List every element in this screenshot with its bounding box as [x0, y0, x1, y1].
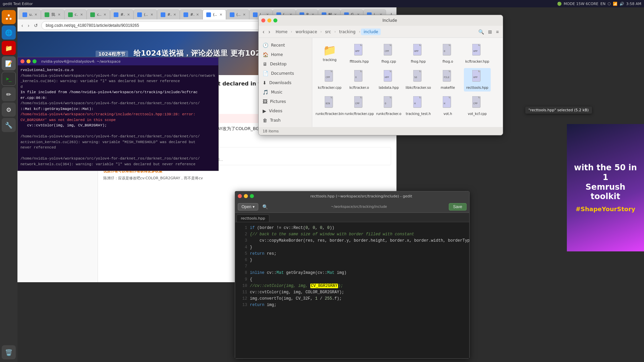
fm-sidebar-recent[interactable]: 🕐Recent: [259, 41, 312, 50]
terminal-max-btn[interactable]: [33, 59, 37, 63]
terminal-min-btn[interactable]: [26, 59, 31, 63]
fm-sidebar-pictures[interactable]: 🖼Pictures: [259, 97, 312, 106]
terminal-line: /home/nvidia-yolov4/workspace/src/yolov4…: [20, 134, 216, 139]
tab-close-6[interactable]: ✕: [173, 13, 176, 16]
gedit-min-btn[interactable]: [244, 194, 248, 198]
gedit-toolbar: Open ▾ 🔍 ~/workspace/src/tracking/includ…: [235, 201, 469, 213]
fm-file-14[interactable]: O runkcftracker.o: [375, 94, 402, 118]
gedit-code-area[interactable]: 1if (border != cv::Rect(0, 0, 0, 0))2{//…: [235, 222, 469, 358]
fm-menu-btn[interactable]: ≡: [495, 28, 500, 35]
breadcrumb-item-src[interactable]: src: [322, 28, 334, 35]
fm-file-17[interactable]: CPP vot_kcf.cpp: [464, 94, 491, 118]
fm-file-0[interactable]: 📁tracking: [316, 42, 343, 65]
fm-file-icon-17: CPP: [472, 96, 482, 111]
gedit-max-btn[interactable]: [250, 194, 254, 198]
fm-file-1[interactable]: HPP ffttools.hpp: [346, 42, 373, 65]
browser-tab-4[interactable]: # erro...✕: [110, 9, 133, 19]
taskbar-extra-icon[interactable]: 🔧: [2, 118, 16, 132]
fm-sidebar-label-8: Trash: [270, 118, 281, 123]
gedit-tab[interactable]: recttools.hpp: [236, 215, 269, 222]
gedit-open-btn[interactable]: Open ▾: [238, 203, 258, 210]
fm-file-13[interactable]: CPP runkcftracker.cpp: [346, 94, 373, 118]
taskbar-ubuntu-icon[interactable]: [2, 10, 16, 24]
fm-file-12[interactable]: BIN runkcftracker.bin: [316, 94, 343, 118]
fm-file-icon-9: SO: [413, 70, 423, 84]
fm-view-btn[interactable]: ⊞: [487, 28, 493, 35]
code-line-5: 6}: [239, 257, 465, 263]
fm-file-8[interactable]: HPP labdata.hpp: [375, 68, 402, 92]
fm-file-2[interactable]: CPP fhog.cpp: [375, 42, 402, 65]
back-button[interactable]: ‹: [20, 22, 24, 29]
tab-close-2[interactable]: ✕: [80, 13, 83, 16]
taskbar-browser-icon[interactable]: 🌐: [2, 25, 16, 40]
terminal-content[interactable]: rvolutional_kernels.cu.o/home/nvidia-yol…: [18, 65, 218, 171]
browser-tab-2[interactable]: clash...✕: [64, 9, 87, 19]
fm-file-name-6: kcftracker.cpp: [318, 86, 341, 89]
fm-close-btn[interactable]: [261, 18, 265, 22]
tab-close-7[interactable]: ✕: [196, 13, 199, 16]
tab-close-4[interactable]: ✕: [127, 13, 130, 16]
taskbar-terminal-icon[interactable]: >_: [2, 72, 16, 86]
browser-tab-9[interactable]: (8条汗...✕: [226, 9, 250, 19]
fm-file-15[interactable]: H tracking_test.h: [405, 94, 432, 118]
breadcrumb-item-tracking[interactable]: tracking: [336, 28, 358, 35]
browser-tab-1[interactable]: 我的工...✕: [41, 9, 64, 19]
taskbar-files-icon[interactable]: 📁: [2, 41, 16, 55]
fm-file-11[interactable]: HPP recttools.hpp: [464, 68, 491, 92]
tab-close-0[interactable]: ✕: [35, 13, 37, 16]
fm-min-btn[interactable]: [267, 18, 271, 22]
browser-tab-5[interactable]: (8条汗...✕: [133, 9, 157, 19]
fm-max-btn[interactable]: [273, 18, 277, 22]
taskbar-settings-icon[interactable]: ⚙️: [2, 103, 16, 117]
browser-tab-6[interactable]: #erro...✕: [157, 9, 180, 19]
breadcrumb-item-home[interactable]: Home: [273, 28, 290, 35]
gedit-find-btn[interactable]: 🔍: [261, 203, 269, 210]
top-bar-right: 🟢 MODE 15W 6CORE EN ⬡ 📶 🔊 3:58 AM: [557, 2, 641, 6]
tab-close-9[interactable]: ✕: [243, 13, 246, 16]
tab-close-5[interactable]: ✕: [150, 13, 153, 16]
fm-sidebar-label-4: Downloads: [269, 80, 291, 85]
fm-file-name-0: tracking: [323, 58, 337, 62]
fm-file-10[interactable]: FILE makefile: [434, 68, 461, 92]
taskbar-trash-icon[interactable]: 🗑️: [2, 345, 16, 359]
fm-file-5[interactable]: HPP kcftracker.hpp: [464, 42, 491, 65]
fm-file-6[interactable]: CPP kcftracker.cpp: [316, 68, 343, 92]
breadcrumb-item-workspace[interactable]: workspace: [293, 28, 320, 35]
tab-close-1[interactable]: ✕: [58, 13, 60, 16]
tab-close-3[interactable]: ✕: [104, 13, 106, 16]
fm-sidebar-home[interactable]: 🏠Home: [259, 50, 312, 59]
fm-file-name-17: vot_kcf.cpp: [468, 112, 487, 116]
fm-file-icon-12: BIN: [325, 96, 335, 111]
browser-tab-8[interactable]: (8条汗...✕: [203, 9, 226, 19]
svg-text:O: O: [444, 50, 445, 53]
reload-button[interactable]: ↺: [33, 22, 39, 29]
fm-file-9[interactable]: SO libkcftracker.so: [405, 68, 432, 92]
browser-tab-3[interactable]: catkin...✕: [87, 9, 110, 19]
fm-file-3[interactable]: HPP fhog.hpp: [405, 42, 432, 65]
fm-sidebar-documents[interactable]: 📄Documents: [259, 69, 312, 78]
fm-search-btn[interactable]: 🔍: [477, 28, 485, 35]
fm-sidebar-downloads[interactable]: ⬇Downloads: [259, 78, 312, 87]
fm-back-btn[interactable]: ‹: [261, 28, 266, 36]
browser-tab-7[interactable]: #erro...✕: [180, 9, 203, 19]
taskbar-text-icon[interactable]: 📝: [2, 56, 16, 70]
breadcrumb-item-include[interactable]: include: [361, 28, 381, 35]
fm-forward-btn[interactable]: ›: [267, 28, 271, 36]
fm-sidebar-trash[interactable]: 🗑Trash: [259, 116, 312, 125]
gedit-close-btn[interactable]: [238, 194, 242, 198]
fm-file-7[interactable]: O kcftracker.o: [346, 68, 373, 92]
fm-status-text: 18 items: [263, 129, 279, 133]
taskbar-gedit-icon[interactable]: ✏️: [2, 87, 16, 101]
tab-close-8[interactable]: ✕: [219, 13, 222, 16]
fm-sidebar-videos[interactable]: ▶Videos: [259, 106, 312, 116]
fm-file-16[interactable]: H vot.h: [434, 94, 461, 118]
fm-file-4[interactable]: O fhog.o: [434, 42, 461, 65]
fm-body: 🕐Recent🏠Home🖥Desktop📄Documents⬇Downloads…: [259, 38, 503, 127]
svg-point-3: [10, 18, 12, 20]
fm-sidebar-desktop[interactable]: 🖥Desktop: [259, 59, 312, 69]
gedit-save-btn[interactable]: Save: [449, 203, 467, 210]
fm-sidebar-music[interactable]: 🎵Music: [259, 87, 312, 97]
forward-button[interactable]: ›: [26, 22, 31, 29]
browser-tab-0[interactable]: ubun...✕: [19, 9, 41, 19]
terminal-close-btn[interactable]: [20, 59, 24, 63]
